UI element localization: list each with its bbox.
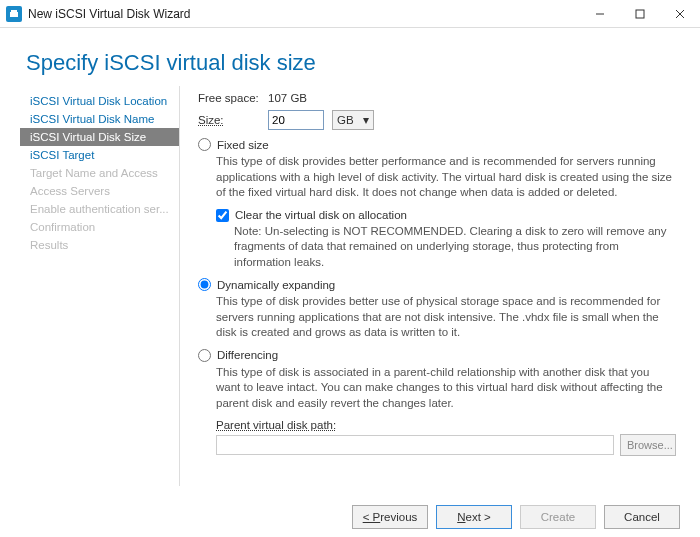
dynamic-label: Dynamically expanding [217, 279, 335, 291]
app-icon [6, 6, 22, 22]
svg-rect-3 [636, 10, 644, 18]
clear-disk-checkbox[interactable] [216, 209, 229, 222]
free-space-value: 107 GB [268, 92, 307, 104]
maximize-button[interactable] [620, 0, 660, 27]
chevron-down-icon: ▾ [363, 113, 369, 127]
nav-item-4: Target Name and Access [20, 164, 179, 182]
parent-path-label: Parent virtual disk path: [216, 419, 676, 431]
previous-label: revious [380, 511, 417, 523]
parent-path-input[interactable] [216, 435, 614, 455]
next-button[interactable]: Next > [436, 505, 512, 529]
fixed-size-radio[interactable] [198, 138, 211, 151]
differencing-label: Differencing [217, 349, 278, 361]
title-bar: New iSCSI Virtual Disk Wizard [0, 0, 700, 28]
minimize-button[interactable] [580, 0, 620, 27]
page-header: Specify iSCSI virtual disk size [0, 28, 700, 86]
window-title: New iSCSI Virtual Disk Wizard [28, 7, 580, 21]
differencing-radio[interactable] [198, 349, 211, 362]
nav-item-0[interactable]: iSCSI Virtual Disk Location [20, 92, 179, 110]
previous-button[interactable]: < Previous [352, 505, 428, 529]
create-button: Create [520, 505, 596, 529]
nav-item-1[interactable]: iSCSI Virtual Disk Name [20, 110, 179, 128]
differencing-desc: This type of disk is associated in a par… [216, 365, 676, 412]
page-title: Specify iSCSI virtual disk size [26, 50, 700, 76]
nav-item-3[interactable]: iSCSI Target [20, 146, 179, 164]
nav-item-8: Results [20, 236, 179, 254]
content-pane: Free space: 107 GB Size: GB ▾ Fixed size… [180, 86, 680, 486]
footer-buttons: < Previous Next > Create Cancel [352, 505, 680, 529]
size-unit-select[interactable]: GB ▾ [332, 110, 374, 130]
free-space-label: Free space: [198, 92, 268, 104]
fixed-size-label: Fixed size [217, 139, 269, 151]
size-unit-value: GB [337, 114, 354, 126]
next-label: ext > [466, 511, 491, 523]
nav-item-2[interactable]: iSCSI Virtual Disk Size [20, 128, 179, 146]
clear-disk-note: Note: Un-selecting is NOT RECOMMENDED. C… [234, 224, 676, 271]
nav-item-7: Confirmation [20, 218, 179, 236]
size-label: Size: [198, 114, 268, 126]
nav-item-5: Access Servers [20, 182, 179, 200]
wizard-nav: iSCSI Virtual Disk LocationiSCSI Virtual… [20, 86, 180, 486]
nav-item-6: Enable authentication ser... [20, 200, 179, 218]
close-button[interactable] [660, 0, 700, 27]
clear-disk-label: Clear the virtual disk on allocation [235, 209, 407, 221]
fixed-size-desc: This type of disk provides better perfor… [216, 154, 676, 201]
size-input[interactable] [268, 110, 324, 130]
dynamic-radio[interactable] [198, 278, 211, 291]
dynamic-desc: This type of disk provides better use of… [216, 294, 676, 341]
cancel-button[interactable]: Cancel [604, 505, 680, 529]
browse-button[interactable]: Browse... [620, 434, 676, 456]
svg-rect-0 [10, 12, 18, 17]
svg-rect-1 [11, 10, 17, 12]
